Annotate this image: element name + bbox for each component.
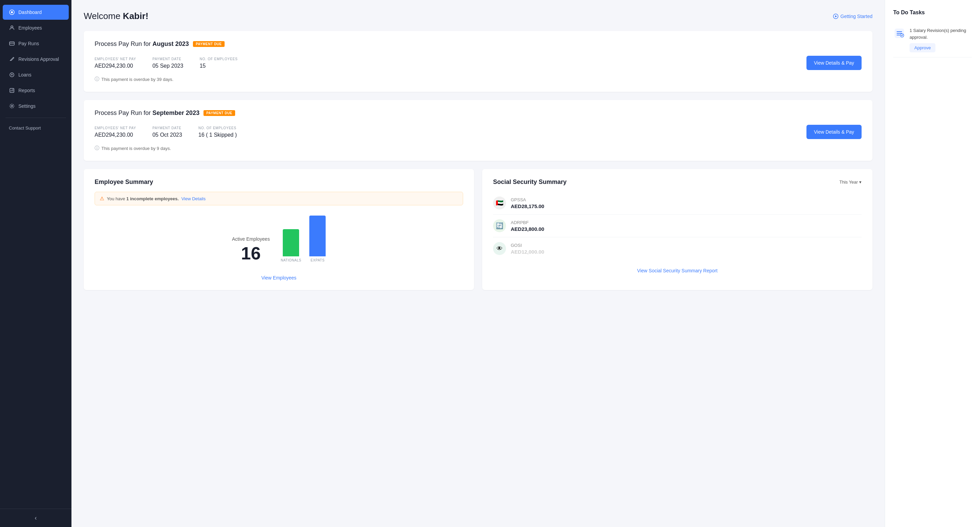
august-num-employees-field: NO. OF EMPLOYEES 15 — [200, 57, 238, 69]
sidebar-item-revisions-approval[interactable]: Revisions Approval — [3, 52, 69, 67]
todo-item-text: 1 Salary Revision(s) pending approval. — [910, 27, 972, 40]
pay-runs-icon — [9, 40, 15, 47]
view-details-pay-september-button[interactable]: View Details & Pay — [807, 125, 862, 139]
salary-revision-icon — [893, 27, 905, 40]
august-payment-date-field: PAYMENT DATE 05 Sep 2023 — [153, 57, 183, 69]
welcome-title: Welcome Kabir! — [84, 11, 148, 21]
pay-run-september-fields: EMPLOYEES' NET PAY AED294,230.00 PAYMENT… — [95, 126, 790, 138]
social-security-header: Social Security Summary This Year ▾ — [493, 178, 862, 186]
payment-due-badge-september: PAYMENT DUE — [204, 110, 235, 116]
svg-marker-8 — [835, 15, 837, 17]
loans-icon — [9, 72, 15, 78]
employee-bar-chart: NATIONALS EXPATS — [281, 216, 326, 264]
sidebar-nav: Dashboard Employees Pay Runs — [0, 0, 72, 509]
september-overdue-notice: ⓘ This payment is overdue by 9 days. — [95, 145, 862, 151]
pay-run-august: Process Pay Run for August 2023 PAYMENT … — [84, 31, 872, 92]
employees-icon — [9, 25, 15, 31]
expats-bar — [309, 216, 326, 256]
employee-summary-card: Employee Summary ⚠ You have 1 incomplete… — [84, 169, 474, 290]
september-action: View Details & Pay — [807, 125, 862, 139]
main-area: Welcome Kabir! Getting Started Process P… — [72, 0, 980, 527]
sidebar: Dashboard Employees Pay Runs — [0, 0, 72, 527]
gosi-icon: 👁 — [493, 242, 506, 255]
sidebar-item-revisions-label: Revisions Approval — [18, 56, 59, 62]
sidebar-divider — [5, 117, 66, 118]
pay-run-august-fields: EMPLOYEES' NET PAY AED294,230.00 PAYMENT… — [95, 57, 790, 69]
ss-item-adrpbf: 🔄 ADRPBF AED23,800.00 — [493, 214, 862, 237]
nationals-bar — [283, 229, 299, 256]
svg-point-1 — [11, 11, 13, 13]
page-header: Welcome Kabir! Getting Started — [84, 11, 872, 21]
sidebar-item-reports[interactable]: Reports — [3, 83, 69, 98]
social-security-title: Social Security Summary — [493, 178, 566, 186]
pay-run-august-header: Process Pay Run for August 2023 PAYMENT … — [95, 40, 862, 48]
sidebar-item-pay-runs-label: Pay Runs — [18, 41, 39, 46]
sidebar-item-dashboard-label: Dashboard — [18, 10, 42, 15]
reports-icon — [9, 87, 15, 94]
settings-icon — [9, 103, 15, 109]
gpssa-icon: 🇦🇪 — [493, 197, 506, 210]
bottom-panels: Employee Summary ⚠ You have 1 incomplete… — [84, 169, 872, 290]
sidebar-item-loans[interactable]: Loans — [3, 67, 69, 82]
social-security-items: 🇦🇪 GPSSA AED28,175.00 🔄 ADRPBF AED23,800… — [493, 192, 862, 260]
august-overdue-notice: ⓘ This payment is overdue by 39 days. — [95, 76, 862, 82]
expats-bar-item: EXPATS — [309, 216, 326, 262]
content-area: Welcome Kabir! Getting Started Process P… — [72, 0, 885, 527]
sidebar-contact-support[interactable]: Contact Support — [3, 122, 69, 134]
employee-summary-title: Employee Summary — [95, 178, 463, 186]
nationals-label: NATIONALS — [281, 259, 301, 262]
svg-point-6 — [11, 105, 13, 107]
view-social-security-report-link[interactable]: View Social Security Summary Report — [493, 268, 862, 273]
this-year-filter[interactable]: This Year ▾ — [840, 179, 862, 185]
sidebar-item-loans-label: Loans — [18, 72, 31, 78]
pay-run-september-title: Process Pay Run for September 2023 — [95, 110, 199, 117]
pay-run-september-details: EMPLOYEES' NET PAY AED294,230.00 PAYMENT… — [95, 125, 862, 139]
employee-chart: Active Employees 16 NATIONALS EXPATS — [95, 212, 463, 267]
sidebar-item-settings-label: Settings — [18, 103, 36, 109]
adrpbf-icon: 🔄 — [493, 219, 506, 232]
play-circle-icon — [833, 14, 838, 19]
september-num-employees-field: NO. OF EMPLOYEES 16 ( 1 Skipped ) — [198, 126, 237, 138]
view-employees-link[interactable]: View Employees — [95, 275, 463, 281]
warning-icon: ⚠ — [100, 195, 104, 202]
dashboard-icon — [9, 9, 15, 15]
incomplete-employees-banner: ⚠ You have 1 incomplete employees. View … — [95, 192, 463, 205]
right-panel: To Do Tasks 1 Salary Revision(s) pending… — [885, 0, 980, 527]
expats-label: EXPATS — [311, 259, 325, 262]
view-details-pay-august-button[interactable]: View Details & Pay — [807, 56, 862, 70]
sidebar-item-dashboard[interactable]: Dashboard — [3, 5, 69, 20]
payment-due-badge-august: PAYMENT DUE — [193, 41, 224, 47]
nationals-bar-item: NATIONALS — [281, 229, 301, 262]
chevron-down-icon: ▾ — [859, 179, 862, 185]
approve-button[interactable]: Approve — [910, 43, 935, 52]
active-employees-display: Active Employees 16 — [232, 236, 270, 264]
user-name: Kabir! — [123, 11, 148, 21]
sidebar-collapse-button[interactable]: ‹ — [0, 509, 72, 527]
todo-item-salary-revision: 1 Salary Revision(s) pending approval. A… — [893, 22, 972, 57]
todo-title: To Do Tasks — [893, 10, 972, 16]
overdue-icon-august: ⓘ — [95, 76, 99, 82]
view-details-incomplete-link[interactable]: View Details — [181, 196, 205, 201]
svg-rect-3 — [10, 42, 14, 45]
august-action: View Details & Pay — [807, 56, 862, 70]
august-net-pay-field: EMPLOYEES' NET PAY AED294,230.00 — [95, 57, 136, 69]
svg-point-2 — [11, 26, 13, 28]
social-security-card: Social Security Summary This Year ▾ 🇦🇪 G… — [482, 169, 872, 290]
ss-item-gpssa: 🇦🇪 GPSSA AED28,175.00 — [493, 192, 862, 214]
revisions-icon — [9, 56, 15, 62]
overdue-icon-september: ⓘ — [95, 145, 99, 151]
sidebar-item-reports-label: Reports — [18, 88, 35, 93]
pay-run-august-title: Process Pay Run for August 2023 — [95, 40, 189, 48]
sidebar-item-employees-label: Employees — [18, 25, 42, 30]
sidebar-item-settings[interactable]: Settings — [3, 98, 69, 114]
getting-started-link[interactable]: Getting Started — [833, 14, 872, 19]
sidebar-item-employees[interactable]: Employees — [3, 21, 69, 35]
pay-run-september-header: Process Pay Run for September 2023 PAYME… — [95, 110, 862, 117]
pay-run-september: Process Pay Run for September 2023 PAYME… — [84, 100, 872, 161]
pay-run-august-details: EMPLOYEES' NET PAY AED294,230.00 PAYMENT… — [95, 56, 862, 70]
ss-item-gosi: 👁 GOSI AED12,000.00 — [493, 237, 862, 260]
sidebar-item-pay-runs[interactable]: Pay Runs — [3, 36, 69, 51]
september-net-pay-field: EMPLOYEES' NET PAY AED294,230.00 — [95, 126, 136, 138]
september-payment-date-field: PAYMENT DATE 05 Oct 2023 — [153, 126, 182, 138]
